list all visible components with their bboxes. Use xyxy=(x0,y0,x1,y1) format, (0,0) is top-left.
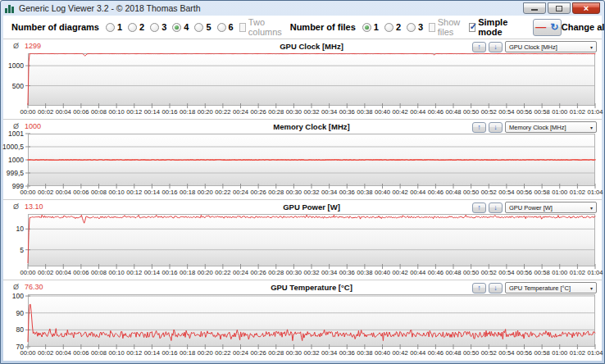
x-tick-label: 00:26 xyxy=(251,349,266,357)
x-tick-label: 00:12 xyxy=(126,349,142,357)
signal-select[interactable]: GPU Clock [MHz] ▾ xyxy=(505,41,597,52)
x-tick-label: 00:10 xyxy=(109,189,125,196)
y-tick-label: 1001 xyxy=(8,130,24,138)
close-button[interactable]: × xyxy=(572,2,600,14)
move-up-button[interactable]: ↑ xyxy=(472,122,486,133)
signal-select[interactable]: GPU Temperature [°C] ▾ xyxy=(505,282,597,293)
average-value: 1000 xyxy=(25,122,41,130)
x-tick-label: 00:48 xyxy=(445,189,461,196)
x-tick-label: 00:36 xyxy=(339,269,355,276)
x-tick-label: 00:32 xyxy=(303,349,319,357)
x-tick-label: 00:02 xyxy=(38,108,53,116)
x-tick-label: 00:48 xyxy=(445,349,461,357)
move-down-button[interactable]: ↓ xyxy=(489,202,503,213)
diagrams-option-3[interactable]: 3 xyxy=(150,22,166,32)
x-tick-label: 00:04 xyxy=(56,189,71,196)
x-tick-label: 01:02 xyxy=(570,108,585,116)
files-option-3[interactable]: 3 xyxy=(407,22,423,32)
diagrams-option-2[interactable]: 2 xyxy=(128,22,144,32)
x-tick-label: 00:30 xyxy=(286,189,302,196)
x-tick-label: 01:04 xyxy=(587,189,603,196)
window-title: Generic Log Viewer 3.2 - © 2018 Thomas B… xyxy=(19,3,201,13)
move-down-button[interactable]: ↓ xyxy=(489,283,503,293)
move-up-button[interactable]: ↑ xyxy=(472,283,486,293)
x-tick-label: 00:48 xyxy=(445,269,461,276)
chart-title: Memory Clock [MHz] xyxy=(273,122,349,131)
x-tick-label: 01:02 xyxy=(570,269,585,276)
x-tick-label: 00:34 xyxy=(321,189,337,196)
move-down-button[interactable]: ↓ xyxy=(489,122,503,133)
change-all-group: Change all ↑ ↓ xyxy=(562,19,605,36)
simple-mode-group: Simple mode — ↻ xyxy=(469,17,562,37)
show-files-checkbox[interactable]: Show files xyxy=(429,17,463,37)
x-tick-label: 00:00 xyxy=(20,349,35,357)
x-tick-label: 00:32 xyxy=(303,189,319,196)
x-tick-label: 00:26 xyxy=(251,189,266,196)
radio-icon xyxy=(106,23,115,32)
x-tick-label: 00:50 xyxy=(463,108,479,116)
app-icon xyxy=(5,4,15,13)
minimize-icon xyxy=(531,9,538,11)
signal-select-value: Memory Clock [MHz] xyxy=(509,124,566,131)
move-up-button[interactable]: ↑ xyxy=(472,42,486,52)
x-tick-label: 00:52 xyxy=(481,269,497,276)
x-tick-label: 00:12 xyxy=(126,108,142,116)
diagrams-option-6[interactable]: 6 xyxy=(217,22,234,32)
x-tick-label: 00:24 xyxy=(233,269,248,276)
y-tick-label: 10 xyxy=(16,225,24,233)
x-tick-label: 00:08 xyxy=(91,269,107,276)
x-tick-label: 00:08 xyxy=(91,108,107,116)
x-tick-label: 00:58 xyxy=(534,269,550,276)
up-arrow-icon: ↑ xyxy=(477,284,481,292)
toolbar: Number of diagrams 1 2 3 4 5 6 Two colum… xyxy=(3,16,602,39)
y-tick-label: 5 xyxy=(20,246,24,254)
diagrams-option-4[interactable]: 4 xyxy=(172,22,189,32)
x-tick-label: 00:16 xyxy=(161,189,177,196)
chart-header: Ø 76.30 GPU Temperature [°C] ↑ ↓ GPU Tem… xyxy=(3,282,602,293)
x-tick-label: 00:56 xyxy=(516,108,532,116)
titlebar[interactable]: Generic Log Viewer 3.2 - © 2018 Thomas B… xyxy=(1,1,604,16)
minimize-button[interactable] xyxy=(523,2,546,14)
x-tick-label: 00:14 xyxy=(144,108,160,116)
simple-mode-checkbox[interactable]: Simple mode xyxy=(469,17,519,37)
x-tick-label: 00:38 xyxy=(357,189,372,196)
radio-icon xyxy=(128,23,137,32)
x-tick-label: 00:52 xyxy=(481,189,497,196)
two-columns-checkbox[interactable]: Two columns xyxy=(239,17,284,37)
x-tick-label: 00:46 xyxy=(428,349,444,357)
chart-title: GPU Clock [MHz] xyxy=(280,42,343,51)
down-arrow-icon: ↓ xyxy=(494,284,498,292)
up-arrow-icon: ↑ xyxy=(477,43,481,51)
x-tick-label: 00:20 xyxy=(198,349,213,357)
x-tick-label: 00:56 xyxy=(516,189,532,196)
x-tick-label: 00:50 xyxy=(463,269,479,276)
x-tick-label: 00:52 xyxy=(481,108,497,116)
close-icon: × xyxy=(584,4,589,12)
files-option-2[interactable]: 2 xyxy=(384,22,401,32)
x-tick-label: 00:14 xyxy=(144,269,160,276)
x-tick-label: 00:10 xyxy=(109,108,125,116)
x-axis-labels: 00:0000:0200:0400:0600:0800:1000:1200:14… xyxy=(28,269,595,277)
y-axis-labels: 105 xyxy=(3,214,25,266)
move-down-button[interactable]: ↓ xyxy=(489,42,503,52)
diagrams-option-1[interactable]: 1 xyxy=(106,22,122,32)
dropdown-arrow-icon: ▾ xyxy=(590,125,593,130)
x-tick-label: 00:44 xyxy=(410,108,425,116)
average-symbol: Ø xyxy=(13,283,19,291)
x-tick-label: 00:04 xyxy=(56,108,71,116)
diagrams-option-5[interactable]: 5 xyxy=(194,22,211,32)
radio-icon xyxy=(407,23,416,32)
signal-select[interactable]: GPU Power [W] ▾ xyxy=(505,202,597,213)
average-value: 76.30 xyxy=(25,283,43,291)
x-tick-label: 00:12 xyxy=(126,189,142,196)
x-tick-label: 00:42 xyxy=(393,189,408,196)
x-tick-label: 00:54 xyxy=(498,189,514,196)
files-option-1[interactable]: 1 xyxy=(362,22,379,32)
signal-select[interactable]: Memory Clock [MHz] ▾ xyxy=(505,121,597,133)
move-up-button[interactable]: ↑ xyxy=(472,202,486,213)
x-tick-label: 00:22 xyxy=(215,349,230,357)
x-tick-label: 00:46 xyxy=(428,269,444,276)
up-arrow-icon: ↑ xyxy=(477,124,481,131)
refresh-button[interactable]: — ↻ xyxy=(533,19,562,36)
maximize-button[interactable] xyxy=(548,2,571,14)
